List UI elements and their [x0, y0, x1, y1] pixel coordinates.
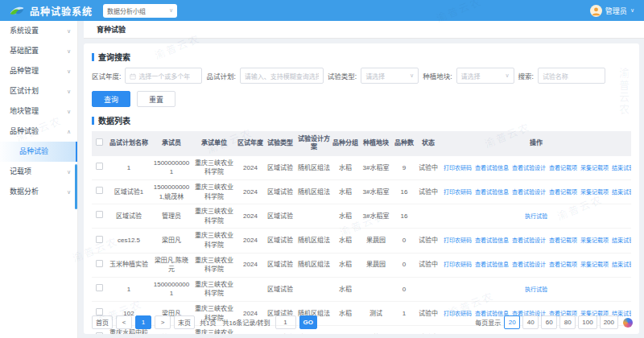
op-link[interactable]: 采集记载项	[580, 189, 609, 195]
prev-page-button[interactable]: <	[116, 315, 132, 329]
table-row: 区域试验管理员重庆三峡农业科学院2024区域试验水稻3#水稻室16执行试验	[92, 204, 631, 229]
input-field-0[interactable]: 选择一个或多个年	[125, 68, 202, 84]
cell-design: 随机区组法	[296, 179, 332, 204]
cell-status: 试验中	[415, 229, 441, 253]
op-link[interactable]: 采集记载项	[580, 237, 609, 243]
sidebar-subitem-品种试验[interactable]: 品种试验	[0, 142, 77, 162]
sidebar-item-品种管理[interactable]: 品种管理∨	[0, 61, 77, 81]
cell-plan: 区域试验	[106, 204, 151, 229]
cell-plan: 1	[106, 156, 151, 180]
sidebar-scrollbar-thumb[interactable]	[75, 164, 77, 209]
checkbox-cell	[92, 204, 106, 229]
last-page-button[interactable]: 末页	[174, 315, 195, 329]
op-link[interactable]: 查看试验信息	[475, 165, 509, 171]
cell-status	[415, 277, 441, 301]
column-header: 区试年度	[237, 131, 264, 156]
op-link[interactable]: 查看试验设计	[512, 237, 546, 243]
tab-breeding-test[interactable]: 育种试验	[97, 24, 126, 35]
reset-button[interactable]: 重置	[137, 91, 175, 107]
total-records-text: 共16条记录/转到	[222, 318, 270, 327]
op-link[interactable]: 查看试验信息	[475, 189, 509, 195]
page-size-option[interactable]: 200	[600, 315, 618, 329]
chevron-down-icon: ∨	[505, 72, 509, 79]
page-size-option[interactable]: 100	[578, 315, 597, 329]
op-link[interactable]: 查看试验信息	[475, 237, 509, 243]
op-link[interactable]: 查看试验设计	[512, 165, 546, 171]
row-checkbox[interactable]	[96, 187, 103, 194]
op-link[interactable]: 查看记载项	[549, 262, 577, 267]
row-checkbox[interactable]	[96, 332, 103, 334]
cell-year: 2024	[237, 229, 264, 253]
search-actions: 查询 重置	[92, 91, 631, 107]
column-header: 试验类型	[264, 131, 296, 156]
page-size-option[interactable]: 20	[504, 315, 520, 329]
page-size-option[interactable]: 80	[559, 315, 576, 329]
sidebar-item-基础配置[interactable]: 基础配置∨	[0, 41, 77, 61]
query-button[interactable]: 查询	[92, 91, 130, 107]
op-link[interactable]: 查看试验设计	[512, 262, 546, 267]
sidebar-item-数据分析[interactable]: 数据分析∨	[0, 182, 77, 202]
first-page-button[interactable]: 首页	[92, 315, 113, 329]
cell-year	[237, 277, 264, 301]
row-checkbox[interactable]	[96, 284, 103, 291]
row-checkbox[interactable]	[96, 260, 103, 267]
sidebar-item-品种试验[interactable]: 品种试验∧	[0, 122, 77, 142]
page-goto-input[interactable]: 1	[275, 315, 296, 329]
op-link[interactable]: 结束试验	[612, 165, 631, 171]
row-checkbox[interactable]	[96, 211, 103, 218]
select-field-2[interactable]: 请选择∨	[361, 68, 419, 84]
cell-group: 水稻	[332, 204, 359, 229]
cell-count: 16	[393, 204, 415, 229]
chevron-down-icon: ∨	[67, 61, 71, 81]
cell-tester: 管理员	[151, 204, 192, 229]
op-link[interactable]: 查看试验设计	[512, 189, 546, 195]
chevron-down-icon: ∨	[67, 162, 71, 182]
op-link[interactable]: 查看记载项	[549, 237, 577, 243]
op-link[interactable]: 查看试验信息	[475, 262, 509, 267]
cell-unit: 重庆三峡农业科学院	[192, 156, 237, 180]
page-number-button[interactable]: 1	[135, 315, 151, 329]
op-link[interactable]: 查看记载项	[549, 165, 577, 171]
op-link[interactable]: 打印农研码	[444, 237, 472, 243]
op-link[interactable]: 采集记载项	[580, 165, 609, 171]
select-all-checkbox[interactable]	[96, 138, 103, 146]
cell-plot: 果蔬园	[359, 229, 393, 253]
input-field-4[interactable]: 试验名称	[538, 68, 605, 84]
column-header: 品种分组	[332, 131, 359, 156]
op-link[interactable]: 打印农研码	[444, 165, 472, 171]
op-link[interactable]: 打印农研码	[444, 262, 472, 267]
row-checkbox[interactable]	[96, 163, 103, 170]
op-link[interactable]: 打印农研码	[444, 189, 472, 195]
page-size-option[interactable]: 40	[522, 315, 539, 329]
op-link[interactable]: 结束试验	[612, 237, 631, 243]
sidebar-item-地块管理[interactable]: 地块管理∨	[0, 101, 77, 122]
sidebar-item-记载项[interactable]: 记载项∨	[0, 162, 77, 182]
cell-status: 试验中	[415, 253, 441, 277]
team-select[interactable]: 数据分析小组 ∨	[103, 4, 177, 18]
select-field-3[interactable]: 请选择∨	[456, 68, 514, 84]
cell-year: 2024	[237, 253, 264, 277]
app-window: 渝普云农渝普云农渝普云农渝普云农渝普云农渝普云农渝普云农渝普云农渝普云农渝普云农…	[0, 0, 644, 338]
user-menu[interactable]: 管理员 ∨	[590, 5, 634, 17]
go-button[interactable]: GO	[299, 315, 317, 329]
op-link[interactable]: 结束试验	[612, 189, 631, 195]
content-card: 查询搜索 区试年度:选择一个或多个年品试计划:请输入、支持模糊查询选择试验类型:…	[84, 43, 639, 334]
op-link[interactable]: 执行试验	[525, 286, 547, 292]
op-link[interactable]: 执行试验	[525, 213, 547, 219]
colorful-widget-icon[interactable]	[623, 318, 633, 328]
op-link[interactable]: 结束试验	[612, 262, 631, 267]
sidebar-item-label: 记载项	[10, 162, 31, 182]
row-checkbox[interactable]	[96, 236, 103, 243]
input-field-1[interactable]: 请输入、支持模糊查询选择	[240, 68, 324, 84]
row-checkbox[interactable]	[96, 308, 103, 315]
sidebar-item-系统设置[interactable]: 系统设置∨	[0, 21, 77, 41]
page-size-option[interactable]: 60	[541, 315, 557, 329]
placeholder-text: 选择一个或多个年	[138, 72, 190, 80]
op-link[interactable]: 采集记载项	[580, 262, 609, 267]
chevron-down-icon: ∨	[67, 182, 71, 202]
cell-tester: 15000000001	[151, 156, 192, 180]
op-link[interactable]: 查看记载项	[549, 189, 577, 195]
column-header: 状态	[415, 131, 441, 156]
next-page-button[interactable]: >	[155, 315, 171, 329]
sidebar-item-区试计划[interactable]: 区试计划∨	[0, 81, 77, 101]
